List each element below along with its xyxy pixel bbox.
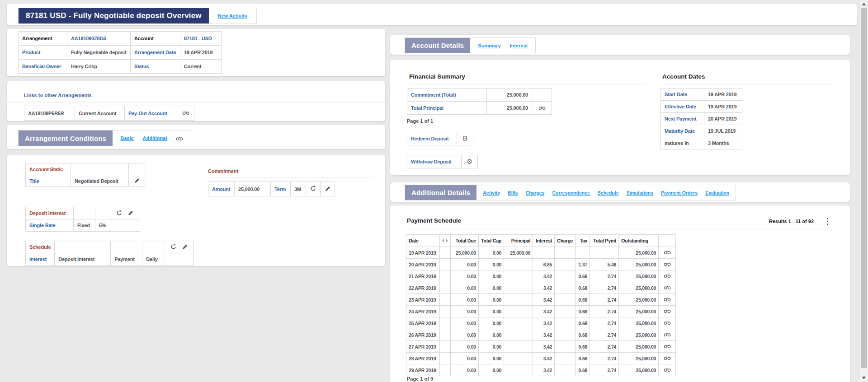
payment-schedule-pager: Page 1 of 9 [407, 376, 433, 382]
edit-icon[interactable] [325, 186, 330, 191]
refresh-icon[interactable] [116, 210, 122, 216]
cell-value: 0.68 [576, 270, 590, 282]
tab-evaluation[interactable]: Evaluation [705, 190, 729, 196]
col-outstanding[interactable]: Outstanding [619, 235, 659, 247]
account-static-title: Account Static [26, 163, 71, 175]
cell-value: 0.00 [451, 259, 479, 270]
refresh-icon[interactable] [310, 186, 316, 191]
cell-value: 3.42 [533, 270, 555, 282]
tab-schedule[interactable]: Schedule [598, 190, 619, 196]
cell-drag [440, 317, 451, 329]
cell-value [555, 306, 576, 317]
col-total-due[interactable]: Total Due [451, 235, 479, 247]
cell-value: 1.37 [576, 259, 590, 270]
scroll-down-icon[interactable] [862, 377, 866, 379]
withdraw-deposit-button[interactable]: Withdraw Deposit ⚙ [407, 155, 478, 168]
view-icon[interactable] [664, 297, 671, 302]
cell-value [555, 247, 576, 259]
col-tax[interactable]: Tax [576, 235, 590, 247]
view-icon[interactable] [664, 250, 671, 255]
redeem-deposit-label[interactable]: Redeem Deposit [407, 132, 457, 145]
tab-basic[interactable]: Basic [120, 135, 133, 141]
edit-icon[interactable] [182, 244, 188, 250]
linked-arrangement-role-link[interactable]: Pay-Out Account [125, 106, 177, 121]
gear-icon[interactable]: ⚙ [467, 158, 472, 166]
account-details-strip: Account Details SummaryInterest [405, 37, 536, 53]
vertical-scrollbar[interactable] [860, 0, 868, 382]
tab-simulations[interactable]: Simulations [627, 190, 654, 196]
gear-icon[interactable]: ⚙ [462, 135, 468, 143]
col-date[interactable]: Date [406, 235, 440, 247]
col-principal[interactable]: Principal [504, 235, 533, 247]
links-table: AA19109P5R5R Current Account Pay-Out Acc… [24, 106, 194, 121]
cell-value: 0.00 [479, 353, 504, 364]
col-total-pymt[interactable]: Total Pymt [590, 235, 619, 247]
cell-value: 25,000.00 [619, 270, 659, 282]
tab-bills[interactable]: Bills [508, 190, 518, 196]
cell-value [504, 259, 533, 270]
table-row: Deposit Interest [26, 207, 140, 219]
cell-date: 23 APR 2019 [406, 294, 440, 306]
cell-value: 2.74 [590, 282, 619, 294]
payment-schedule-row: 20 APR 20190.000.006.851.375.4825,000.00 [406, 259, 676, 270]
cell-value: 0.00 [479, 270, 504, 282]
arrangement-id-link[interactable]: AA191090Z8G5 [67, 32, 131, 46]
account-details-title: Account Details [405, 38, 470, 53]
view-icon[interactable] [664, 273, 671, 278]
view-icon[interactable] [664, 367, 671, 372]
cell-value: 0.00 [479, 306, 504, 317]
divider [409, 84, 646, 84]
cell-value: 0.00 [479, 364, 504, 376]
new-activity-link[interactable]: New Activity [218, 13, 247, 19]
cell-value [504, 353, 533, 364]
view-icon[interactable] [664, 355, 671, 360]
view-icon[interactable] [664, 332, 671, 337]
view-icon[interactable] [664, 261, 671, 266]
cell-date: 21 APR 2019 [406, 270, 440, 282]
tab-payment-orders[interactable]: Payment Orders [661, 190, 698, 196]
scrollbar-thumb[interactable] [861, 8, 867, 368]
view-icon[interactable] [664, 320, 671, 325]
col-charge[interactable]: Charge [555, 235, 576, 247]
tab-interest[interactable]: Interest [510, 43, 528, 48]
results-count: Results 1 - 11 of 92 [769, 219, 814, 224]
edit-icon[interactable] [128, 210, 133, 216]
edit-icon[interactable] [134, 178, 140, 183]
page-title: 87181 USD - Fully Negotiable deposit Ove… [19, 8, 209, 23]
cell-value: 5.48 [590, 259, 619, 270]
tab-charges[interactable]: Charges [525, 190, 544, 196]
view-icon[interactable] [664, 308, 671, 313]
cell-value: 25,000.00 [619, 306, 659, 317]
view-icon[interactable] [664, 285, 671, 290]
more-options-icon[interactable] [824, 217, 831, 226]
tab-additional[interactable]: Additional [143, 135, 167, 141]
account-id-link[interactable]: 87181 - USD [180, 32, 222, 46]
cell-actions [659, 294, 676, 306]
refresh-icon[interactable] [170, 244, 176, 250]
payment-schedule-row: 22 APR 20190.000.003.420.682.7425,000.00 [406, 282, 676, 294]
cell-value [555, 353, 576, 364]
account-details-card: Account Details SummaryInterest [390, 35, 850, 55]
next-payment-label: Next Payment [661, 113, 704, 125]
tab-activity[interactable]: Activity [483, 190, 500, 196]
scroll-up-icon[interactable] [862, 3, 866, 5]
view-icon[interactable] [182, 110, 189, 115]
account-label: Account [131, 32, 180, 46]
commitment-title: Commitment [208, 168, 238, 174]
financial-card: Financial Summary Commitment (Total) 25,… [390, 60, 850, 175]
col-total-cap[interactable]: Total Cap [479, 235, 504, 247]
table-row: Arrangement AA191090Z8G5 Account 87181 -… [19, 32, 222, 46]
view-icon[interactable] [538, 105, 546, 110]
column-resize-icon[interactable] [440, 235, 451, 247]
app: { "colors": { "banner_navy": "#2b3a71", … [0, 0, 868, 382]
cell-actions [659, 353, 676, 364]
account-details-tabs: SummaryInterest [478, 43, 528, 48]
tab-summary[interactable]: Summary [478, 43, 500, 48]
view-icon[interactable] [176, 136, 183, 141]
withdraw-deposit-label[interactable]: Withdraw Deposit [407, 155, 462, 168]
tab-correspondence[interactable]: Correspondence [552, 190, 590, 196]
view-icon[interactable] [664, 344, 671, 349]
col-interest[interactable]: Interest [533, 235, 555, 247]
cell-value: 0.00 [479, 317, 504, 329]
redeem-deposit-button[interactable]: Redeem Deposit ⚙ [407, 132, 473, 145]
